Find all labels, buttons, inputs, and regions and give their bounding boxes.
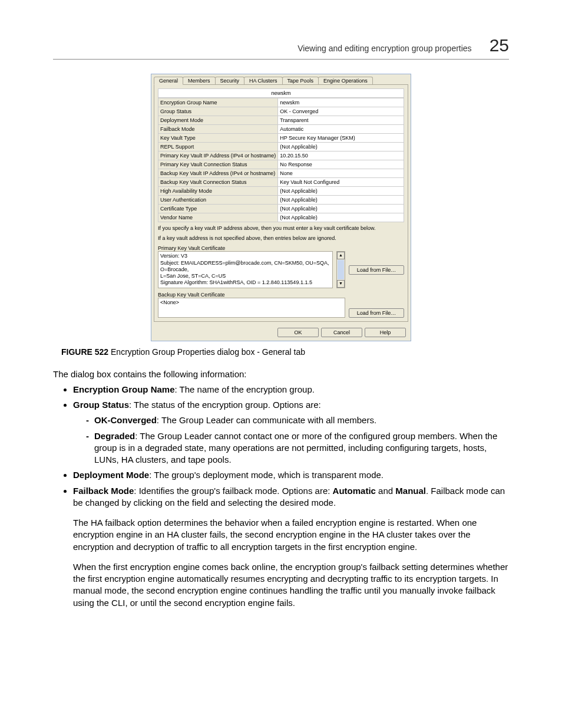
table-row: Primary Key Vault Connection StatusNo Re…	[158, 160, 404, 169]
table-row: Backup Key Vault Connection StatusKey Va…	[158, 178, 404, 187]
group-title-table: newskm	[158, 88, 404, 98]
row-value: OK - Converged	[278, 107, 404, 116]
tab-engine-operations[interactable]: Engine Operations	[318, 77, 373, 84]
tab-general[interactable]: General	[154, 77, 183, 85]
scroll-thumb[interactable]	[338, 260, 344, 279]
row-value: No Response	[278, 160, 404, 169]
help-button[interactable]: Help	[365, 328, 406, 337]
row-value: (Not Applicable)	[278, 196, 404, 205]
row-value[interactable]: 10.20.15.50	[278, 151, 404, 160]
list-item: Failback Mode: Identifies the group's fa…	[73, 485, 509, 609]
term-text: : The group's deployment mode, which is …	[149, 470, 384, 480]
row-label: User Authentication	[158, 196, 278, 205]
row-value[interactable]: None	[278, 169, 404, 178]
cert-line: <None>	[160, 299, 179, 305]
term-text: : The Group Leader cannot contact one or…	[94, 431, 497, 465]
term-text: : The status of the encryption group. Op…	[129, 400, 321, 410]
scroll-up-icon[interactable]: ▲	[337, 252, 345, 259]
term: Failback Mode	[73, 486, 134, 496]
row-label: Group Status	[158, 107, 278, 116]
table-row: Vendor Name(Not Applicable)	[158, 213, 404, 222]
term: OK-Converged	[94, 415, 157, 425]
tab-strip: General Members Security HA Clusters Tap…	[151, 74, 411, 84]
table-row: REPL Support(Not Applicable)	[158, 143, 404, 151]
table-row: Group StatusOK - Converged	[158, 107, 404, 116]
figure-label: FIGURE 522	[61, 347, 108, 357]
page-header: Viewing and editing encryption group pro…	[53, 35, 509, 55]
row-value: (Not Applicable)	[278, 213, 404, 222]
term: Deployment Mode	[73, 470, 149, 480]
properties-table: Encryption Group Namenewskm Group Status…	[158, 98, 404, 222]
row-label: Primary Key Vault Connection Status	[158, 160, 278, 169]
list-item: Degraded: The Group Leader cannot contac…	[86, 430, 509, 466]
term: Manual	[395, 486, 426, 496]
primary-cert-textarea[interactable]: Version: V3 Subject: EMAILADDRESS=plim@b…	[158, 251, 333, 288]
primary-cert-section: Primary Key Vault Certificate Version: V…	[158, 245, 404, 288]
row-label: High Availability Mode	[158, 187, 278, 196]
backup-cert-textarea[interactable]: <None>	[158, 298, 345, 318]
list-item: Group Status: The status of the encrypti…	[73, 399, 509, 466]
cancel-button[interactable]: Cancel	[321, 328, 362, 337]
term: Encryption Group Name	[73, 384, 175, 394]
body-text: The dialog box contains the following in…	[53, 368, 509, 609]
table-row: Deployment ModeTransparent	[158, 116, 404, 125]
term-text: and	[376, 486, 395, 496]
table-row: Key Vault TypeHP Secure Key Manager (SKM…	[158, 134, 404, 143]
scrollbar[interactable]: ▲ ▼	[336, 251, 345, 288]
tab-security[interactable]: Security	[215, 77, 245, 84]
paragraph: The HA failback option determines the be…	[73, 517, 509, 553]
tab-members[interactable]: Members	[183, 77, 216, 84]
load-backup-cert-button[interactable]: Load from File…	[349, 308, 404, 318]
header-title: Viewing and editing encryption group pro…	[297, 44, 472, 53]
row-value: Key Vault Not Configured	[278, 178, 404, 187]
table-row: Certificate Type(Not Applicable)	[158, 205, 404, 213]
row-label: Encryption Group Name	[158, 98, 278, 107]
ok-button[interactable]: OK	[277, 328, 319, 337]
row-value: Transparent	[278, 116, 404, 125]
term: Degraded	[94, 431, 135, 441]
row-value[interactable]: Automatic	[278, 125, 404, 134]
load-primary-cert-button[interactable]: Load from File…	[349, 265, 404, 275]
scroll-down-icon[interactable]: ▼	[337, 280, 345, 288]
row-value[interactable]: newskm	[278, 98, 404, 107]
intro-line: The dialog box contains the following in…	[53, 368, 509, 380]
row-label: Backup Key Vault Connection Status	[158, 178, 278, 187]
tab-panel-general: newskm Encryption Group Namenewskm Group…	[154, 84, 408, 322]
dialog-button-row: OK Cancel Help	[151, 324, 411, 341]
term: Group Status	[73, 400, 129, 410]
table-row: User Authentication(Not Applicable)	[158, 196, 404, 205]
term-text: : The name of the encryption group.	[175, 384, 315, 394]
primary-cert-label: Primary Key Vault Certificate	[158, 245, 404, 251]
chapter-number: 25	[490, 35, 509, 55]
row-label: Key Vault Type	[158, 134, 278, 143]
row-label: Vendor Name	[158, 213, 278, 222]
paragraph: When the first encryption engine comes b…	[73, 561, 509, 609]
term-text: : Identifies the group's failback mode. …	[134, 486, 332, 496]
header-rule	[53, 59, 509, 60]
term: Automatic	[333, 486, 376, 496]
figure-caption-text: Encryption Group Properties dialog box -…	[111, 347, 305, 357]
row-label: Deployment Mode	[158, 116, 278, 125]
cert-line: Subject: EMAILADDRESS=plim@brocade.com, …	[160, 260, 330, 274]
tab-ha-clusters[interactable]: HA Clusters	[244, 77, 283, 84]
list-item: Deployment Mode: The group's deployment …	[73, 469, 509, 481]
backup-cert-label: Backup Key Vault Certificate	[158, 292, 404, 298]
table-row: Backup Key Vault IP Address (IPv4 or hos…	[158, 169, 404, 178]
row-value: (Not Applicable)	[278, 187, 404, 196]
row-label: Backup Key Vault IP Address (IPv4 or hos…	[158, 169, 278, 178]
row-value: (Not Applicable)	[278, 143, 404, 151]
row-value: (Not Applicable)	[278, 205, 404, 213]
cert-line: L=San Jose, ST=CA, C=US	[160, 273, 330, 279]
table-row: Encryption Group Namenewskm	[158, 98, 404, 107]
row-label: Certificate Type	[158, 205, 278, 213]
row-label: REPL Support	[158, 143, 278, 151]
list-item: OK-Converged: The Group Leader can commu…	[86, 414, 509, 426]
figure-caption: FIGURE 522 Encryption Group Properties d…	[61, 347, 509, 357]
row-label: Failback Mode	[158, 125, 278, 134]
table-row: High Availability Mode(Not Applicable)	[158, 187, 404, 196]
backup-cert-section: Backup Key Vault Certificate <None> Load…	[158, 292, 404, 318]
group-title-cell: newskm	[158, 89, 404, 98]
tab-tape-pools[interactable]: Tape Pools	[282, 77, 319, 84]
term-text: : The Group Leader can communicate with …	[157, 415, 376, 425]
encryption-group-dialog: General Members Security HA Clusters Tap…	[151, 74, 411, 341]
